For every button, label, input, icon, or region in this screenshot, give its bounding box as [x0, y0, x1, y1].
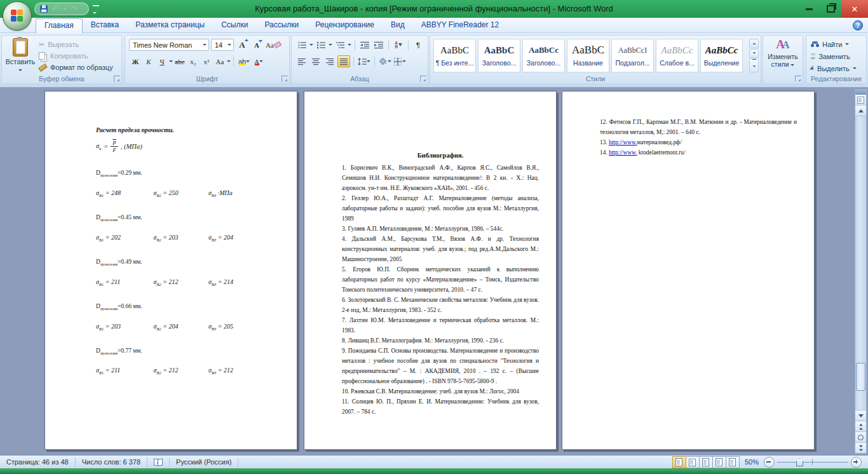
font-dialog-launcher-icon[interactable]: [281, 76, 288, 82]
copy-button[interactable]: Копировать: [39, 50, 121, 62]
next-page-button[interactable]: [855, 442, 866, 453]
fullscreen-reading-view-button[interactable]: [686, 456, 700, 468]
align-left-button[interactable]: [295, 55, 308, 67]
shrink-font-button[interactable]: A: [250, 39, 263, 51]
font-size-combo[interactable]: 14: [211, 39, 234, 51]
scroll-up-button[interactable]: [855, 105, 866, 116]
grow-font-button[interactable]: A: [236, 39, 248, 51]
scrollbar-thumb[interactable]: [856, 363, 865, 391]
style-card-normal[interactable]: AaBbC ¶ Без инте...: [433, 39, 476, 72]
change-styles-button[interactable]: Изменить стили: [763, 53, 803, 68]
word-count[interactable]: Число слов: 6 378: [76, 457, 147, 467]
vertical-scrollbar[interactable]: [855, 89, 867, 454]
style-card-heading1[interactable]: AaBbC Заголово...: [478, 39, 520, 72]
save-icon[interactable]: [40, 5, 48, 13]
tab-glavnaya[interactable]: Главная: [36, 18, 83, 33]
paragraph-dialog-launcher-icon[interactable]: [420, 76, 426, 82]
styles-scroll-up-icon[interactable]: [749, 39, 759, 48]
shading-button[interactable]: [378, 55, 392, 67]
show-marks-button[interactable]: ¶: [412, 39, 424, 51]
line-spacing-button[interactable]: [357, 55, 371, 67]
restore-button[interactable]: [820, 0, 841, 18]
tab-recenzirovanie[interactable]: Рецензирование: [307, 18, 383, 33]
zoom-out-button[interactable]: [764, 457, 775, 468]
numbering-button[interactable]: [315, 39, 327, 51]
bullets-dropdown-icon[interactable]: [309, 44, 313, 46]
document-page-1[interactable]: Расчет предела прочности. σв = PF , (МПа…: [44, 91, 297, 450]
scroll-down-button[interactable]: [855, 410, 866, 421]
change-styles-icon[interactable]: AA: [763, 38, 803, 51]
customize-qat-button[interactable]: [93, 5, 99, 18]
strikethrough-button[interactable]: abc: [173, 55, 186, 67]
split-handle[interactable]: [855, 90, 866, 95]
change-case-dropdown-icon[interactable]: [227, 60, 231, 62]
undo-icon[interactable]: ↶: [52, 5, 58, 13]
minimize-button[interactable]: [798, 0, 820, 18]
proofing-status[interactable]: ✗: [147, 457, 170, 467]
style-card-subtle-emphasis[interactable]: AaBbCc Слабое в...: [656, 39, 698, 72]
underline-dropdown-icon[interactable]: [169, 60, 173, 62]
clear-formatting-button[interactable]: Aa: [265, 39, 281, 51]
page-indicator[interactable]: Страница: 46 из 48: [0, 457, 76, 467]
scrollbar-track[interactable]: [855, 116, 866, 393]
web-layout-view-button[interactable]: [699, 456, 713, 468]
align-right-button[interactable]: [323, 55, 336, 67]
bold-button[interactable]: Ж: [129, 55, 142, 67]
select-browse-object-button[interactable]: [855, 431, 866, 442]
print-layout-view-button[interactable]: [672, 456, 686, 468]
tab-rassylki[interactable]: Рассылки: [256, 18, 307, 33]
font-color-button[interactable]: A: [252, 55, 265, 67]
zoom-track[interactable]: [777, 457, 848, 466]
increase-indent-button[interactable]: [372, 39, 385, 51]
zoom-in-button[interactable]: [851, 457, 862, 468]
decrease-indent-button[interactable]: [358, 39, 371, 51]
clipboard-dialog-launcher-icon[interactable]: [114, 76, 120, 82]
multilevel-list-button[interactable]: [334, 39, 346, 51]
hyperlink[interactable]: http://www.: [609, 139, 637, 146]
document-page-3[interactable]: 12. Фетисов Г.П., Карпман М.Г., В.М. Мат…: [562, 91, 815, 450]
font-name-combo[interactable]: Times New Roman: [129, 39, 209, 51]
ruler-toggle-button[interactable]: [855, 95, 866, 105]
tab-vid[interactable]: Вид: [383, 18, 413, 33]
bullets-button[interactable]: [295, 39, 308, 51]
find-button[interactable]: Найти: [811, 38, 857, 50]
paste-button[interactable]: Вставить: [5, 37, 36, 76]
style-card-emphasis[interactable]: AaBbCc Выделение: [700, 39, 743, 72]
numbering-dropdown-icon[interactable]: [329, 44, 332, 46]
draft-view-button[interactable]: [726, 456, 740, 468]
select-button[interactable]: Выделить: [811, 62, 857, 74]
language-indicator[interactable]: Русский (Россия): [170, 457, 238, 467]
outline-view-button[interactable]: [712, 456, 726, 468]
style-card-heading2[interactable]: AaBbCc Заголово...: [522, 39, 565, 72]
sort-button[interactable]: АЯ: [392, 39, 405, 51]
tab-ssylki[interactable]: Ссылки: [213, 18, 256, 33]
undo-dropdown-icon[interactable]: [63, 8, 67, 10]
borders-button[interactable]: [393, 55, 407, 67]
help-icon[interactable]: ?: [853, 20, 863, 30]
align-center-button[interactable]: [309, 55, 322, 67]
tab-vstavka[interactable]: Вставка: [83, 18, 128, 33]
styles-gallery-more-icon[interactable]: [749, 58, 759, 72]
redo-icon[interactable]: ↷: [71, 5, 78, 13]
zoom-level[interactable]: 50%: [745, 458, 759, 466]
superscript-button[interactable]: x²: [200, 55, 213, 67]
format-painter-button[interactable]: Формат по образцу: [39, 62, 121, 73]
document-page-2[interactable]: Библиография. 1. Борисевич В.К., Виногра…: [304, 91, 557, 450]
paste-dropdown-icon[interactable]: [18, 69, 22, 71]
change-case-button[interactable]: Aa: [214, 55, 226, 67]
style-card-subtitle[interactable]: AaBbCcI Подзагол...: [611, 39, 654, 72]
office-button[interactable]: [3, 1, 32, 30]
zoom-slider-thumb[interactable]: [796, 458, 803, 466]
multilevel-dropdown-icon[interactable]: [348, 44, 351, 46]
underline-button[interactable]: Ч: [156, 55, 168, 67]
styles-scroll-down-icon[interactable]: [749, 49, 759, 58]
style-card-title[interactable]: AaBbC Название: [567, 39, 609, 72]
replace-button[interactable]: abac Заменить: [811, 50, 857, 62]
cut-button[interactable]: ✂ Вырезать: [39, 39, 121, 50]
subscript-button[interactable]: x₂: [187, 55, 200, 67]
styles-dialog-launcher-icon[interactable]: [795, 76, 801, 82]
italic-button[interactable]: К: [142, 55, 155, 67]
previous-page-button[interactable]: [855, 421, 866, 431]
tab-razmetka[interactable]: Разметка страницы: [127, 18, 213, 33]
hyperlink[interactable]: http://www.: [609, 149, 637, 156]
